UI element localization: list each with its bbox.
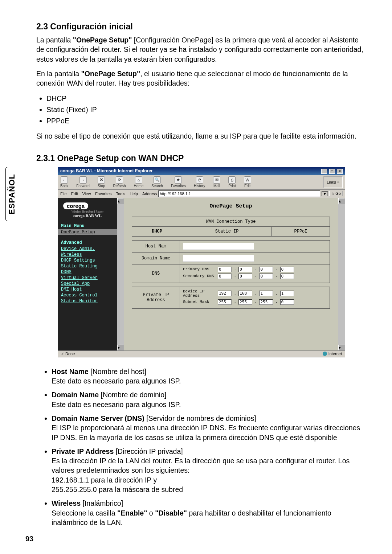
sidebar-item-access-control[interactable]: Access Control bbox=[58, 292, 117, 298]
scroll-up-icon[interactable]: ▴ bbox=[117, 198, 124, 204]
sidebar-item-onepage-setup[interactable]: OnePage Setup bbox=[58, 229, 117, 235]
para-2-3-3: Si no sabe el tipo de conexión que está … bbox=[36, 131, 367, 141]
secondary-dns-octet-4[interactable] bbox=[280, 274, 294, 279]
close-button[interactable]: × bbox=[337, 169, 343, 174]
internet-zone-icon bbox=[323, 352, 327, 356]
label-host-name: Host Nam bbox=[132, 240, 180, 252]
primary-dns-octet-2[interactable] bbox=[238, 267, 252, 272]
primary-dns-octet-4[interactable] bbox=[280, 267, 294, 272]
label-subnet-mask: Subnet Mask bbox=[183, 300, 216, 304]
edit-button[interactable]: WEdit bbox=[244, 176, 251, 188]
edit-label: Edit bbox=[244, 184, 250, 188]
back-button[interactable]: ←Back bbox=[60, 176, 68, 188]
main-scrollbar[interactable]: ▴ ▾ bbox=[338, 198, 345, 350]
sidebar-item-special-app[interactable]: Special App bbox=[58, 281, 117, 287]
bold-onepage-setup: "OnePage Setup" bbox=[73, 36, 132, 44]
sidebar-item-device-admin[interactable]: Device Admin. bbox=[58, 246, 117, 252]
sidebar-item-wireless[interactable]: Wireless bbox=[58, 252, 117, 258]
secondary-dns-octet-3[interactable] bbox=[259, 274, 273, 279]
tab-pppoe[interactable]: PPPoE bbox=[272, 226, 330, 236]
forward-button[interactable]: →Forward bbox=[76, 176, 90, 188]
stop-icon: ✖ bbox=[98, 176, 105, 184]
browser-content: corega Wireless Boardband Router corega … bbox=[58, 198, 345, 350]
go-button[interactable]: ↳ Go bbox=[329, 191, 343, 196]
bullet-pppoe: PPPoE bbox=[46, 116, 367, 126]
term: Wireless bbox=[52, 499, 81, 507]
menu-favorites[interactable]: Favorites bbox=[95, 192, 111, 196]
device-ip-octet-4[interactable] bbox=[280, 291, 294, 296]
brand-logo: corega bbox=[63, 202, 88, 209]
security-zone: Internet bbox=[323, 352, 342, 356]
subnet-octet-2[interactable] bbox=[238, 299, 252, 305]
sidebar-scrollbar[interactable]: ▴ ▾ bbox=[117, 198, 124, 350]
home-button[interactable]: ⌂Home bbox=[134, 176, 144, 188]
links-toolbar[interactable]: Links » bbox=[323, 176, 343, 188]
subnet-octet-4[interactable] bbox=[280, 299, 294, 305]
label-device-ip: Device IP Address bbox=[183, 289, 216, 298]
field-descriptions: Host Name [Nombre del host] Este dato es… bbox=[36, 367, 367, 528]
sidebar-item-virtual-server[interactable]: Virtual Server bbox=[58, 275, 117, 281]
forward-label: Forward bbox=[76, 184, 90, 188]
term: Domain Name Server (DNS) bbox=[52, 414, 144, 422]
menu-edit[interactable]: Edit bbox=[71, 192, 78, 196]
scroll-down-icon[interactable]: ▾ bbox=[338, 345, 345, 350]
address-dropdown[interactable]: ▼ bbox=[322, 191, 328, 196]
primary-dns-octet-3[interactable] bbox=[259, 267, 273, 272]
maximize-button[interactable]: □ bbox=[329, 169, 335, 174]
text: En la pantalla bbox=[36, 70, 81, 78]
print-button[interactable]: ⎙Print bbox=[228, 176, 236, 188]
favorites-button[interactable]: ★Favorites bbox=[171, 176, 186, 188]
history-button[interactable]: ◔History bbox=[194, 176, 205, 188]
bullet-static: Static (Fixed) IP bbox=[46, 104, 367, 115]
label-primary-dns: Primary DNS bbox=[183, 267, 216, 271]
subnet-octet-3[interactable] bbox=[259, 299, 273, 305]
secondary-dns-octet-2[interactable] bbox=[238, 274, 252, 279]
window-buttons: _ □ × bbox=[320, 168, 343, 174]
input-domain-name[interactable] bbox=[183, 255, 254, 262]
page-number: 93 bbox=[25, 535, 33, 543]
tab-static-ip[interactable]: Static IP bbox=[182, 226, 272, 236]
back-icon: ← bbox=[61, 176, 68, 184]
sidebar-item-static-routing[interactable]: Static Routing bbox=[58, 263, 117, 269]
scroll-up-icon[interactable]: ▴ bbox=[338, 198, 345, 204]
para-2-3-1: La pantalla "OnePage Setup" [Configuraci… bbox=[36, 35, 367, 64]
secondary-dns-octet-1[interactable] bbox=[218, 274, 232, 279]
menu-file[interactable]: File bbox=[60, 192, 67, 196]
sidebar-item-ddns[interactable]: DDNS bbox=[58, 269, 117, 275]
text: Seleccione la casilla bbox=[52, 509, 117, 517]
device-ip-octet-3[interactable] bbox=[259, 291, 273, 296]
minimize-button[interactable]: _ bbox=[321, 169, 327, 174]
sidebar-item-dhcp-settings[interactable]: DHCP Settings bbox=[58, 258, 117, 263]
zone-label: Internet bbox=[328, 352, 342, 356]
explanation: Este dato es necesario para algunos ISP. bbox=[52, 376, 367, 386]
stop-button[interactable]: ✖Stop bbox=[98, 176, 105, 188]
tab-dhcp[interactable]: DHCP bbox=[132, 226, 182, 236]
address-label: Address bbox=[142, 192, 157, 196]
history-icon: ◔ bbox=[196, 176, 203, 184]
search-icon: 🔍 bbox=[154, 176, 161, 184]
refresh-button[interactable]: ⟳Refresh bbox=[113, 176, 126, 188]
explanation: Este dato es necesario para algunos ISP. bbox=[52, 400, 367, 409]
term: Host Name bbox=[52, 368, 89, 376]
browser-menubar: File Edit View Favorites Tools Help Addr… bbox=[58, 190, 345, 198]
primary-dns-octet-1[interactable] bbox=[218, 267, 232, 272]
sidebar-item-dmz-host[interactable]: DMZ Host bbox=[58, 287, 117, 292]
device-ip-octet-1[interactable] bbox=[218, 291, 232, 296]
wan-connection-table: WAN Connection Type DHCP Static IP PPPoE bbox=[132, 217, 330, 237]
menu-tools[interactable]: Tools bbox=[116, 192, 126, 196]
menu-view[interactable]: View bbox=[82, 192, 91, 196]
label-dns: DNS bbox=[132, 264, 180, 283]
scroll-down-icon[interactable]: ▾ bbox=[117, 345, 124, 350]
address-input[interactable] bbox=[158, 190, 320, 197]
search-button[interactable]: 🔍Search bbox=[151, 176, 163, 188]
mail-button[interactable]: ✉Mail bbox=[213, 176, 220, 188]
menu-help[interactable]: Help bbox=[130, 192, 138, 196]
home-icon: ⌂ bbox=[135, 176, 142, 184]
browser-window: corega BAR WL - Microsoft Internet Explo… bbox=[58, 167, 345, 357]
input-host-name[interactable] bbox=[183, 243, 254, 250]
address-bar: Address ▼ ↳ Go bbox=[142, 190, 343, 197]
subnet-octet-1[interactable] bbox=[218, 299, 232, 305]
device-ip-octet-2[interactable] bbox=[238, 291, 252, 296]
sidebar-item-status-monitor[interactable]: Status Monitor bbox=[58, 298, 117, 304]
desc-wireless: Wireless [Inalámbrico] Seleccione la cas… bbox=[52, 498, 367, 527]
